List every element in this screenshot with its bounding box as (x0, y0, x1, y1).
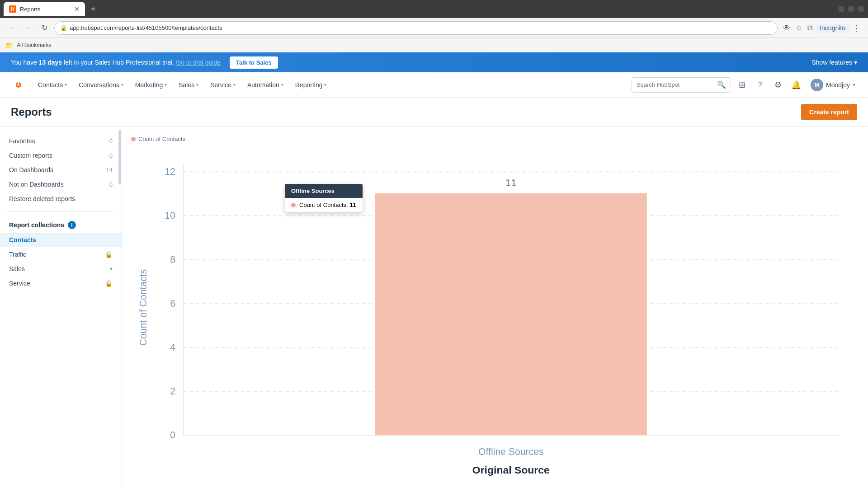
bookmarks-bar: 📁 All Bookmarks (0, 38, 868, 52)
chart-tooltip: Offline Sources Count of Contacts: 11 (285, 184, 363, 212)
sidebar-item-not-on-dashboards[interactable]: Not on Dashboards 0 (0, 177, 122, 192)
svg-text:12: 12 (165, 166, 175, 177)
scrollbar-thumb[interactable] (118, 130, 121, 184)
search-icon: 🔍 (717, 80, 726, 89)
trial-guide-link[interactable]: Go to trial guide (176, 59, 221, 66)
sales-chevron-icon: ▾ (196, 82, 198, 87)
tooltip-metric: Count of Contacts: 11 (299, 202, 356, 208)
reporting-chevron-icon: ▾ (324, 82, 326, 87)
svg-text:Original Source: Original Source (472, 464, 550, 476)
browser-nav: ← → ↻ 🔒 app.hubspot.com/reports-list/451… (0, 18, 868, 38)
trial-text: You have 13 days left in your Sales Hub … (11, 59, 221, 66)
url-text: app.hubspot.com/reports-list/45105500/te… (70, 24, 222, 31)
nav-contacts[interactable]: Contacts ▾ (33, 78, 72, 92)
grid-icon[interactable]: ⊞ (735, 78, 749, 92)
hubspot-logo-svg (11, 79, 24, 91)
settings-icon[interactable]: ⚙ (771, 78, 785, 92)
maximize-button[interactable] (848, 6, 854, 12)
new-tab-button[interactable]: + (89, 2, 98, 16)
svg-text:10: 10 (165, 210, 175, 221)
service-lock-icon: 🔒 (105, 280, 113, 287)
sidebar-collection-traffic[interactable]: Traffic 🔒 (0, 247, 122, 262)
sidebar: Favorites 0 Custom reports 0 On Dashboar… (0, 127, 122, 488)
bookmark-star-icon[interactable]: ☆ (794, 22, 804, 34)
hs-nav: Contacts ▾ Conversations ▾ Marketing ▾ S… (33, 78, 632, 92)
page-title: Reports (11, 106, 52, 118)
refresh-button[interactable]: ↻ (38, 22, 51, 34)
browser-chrome: H Reports ✕ + ← → ↻ 🔒 app.hubspot.com/re… (0, 0, 868, 52)
tooltip-value: 11 (349, 202, 356, 208)
eye-off-icon[interactable]: 👁 (781, 22, 792, 34)
nav-automation[interactable]: Automation ▾ (242, 78, 289, 92)
tooltip-body: Count of Contacts: 11 (285, 198, 363, 212)
sidebar-item-favorites[interactable]: Favorites 0 (0, 134, 122, 148)
sidebar-collection-service[interactable]: Service 🔒 (0, 276, 122, 291)
nav-reporting[interactable]: Reporting ▾ (290, 78, 332, 92)
nav-actions: 👁 ☆ ⧉ Incognito ⋮ (781, 21, 863, 35)
svg-text:0: 0 (170, 430, 175, 440)
automation-chevron-icon: ▾ (281, 82, 283, 87)
trial-days: 13 days (39, 59, 62, 66)
svg-text:4: 4 (170, 342, 175, 352)
help-icon[interactable]: ? (753, 78, 767, 92)
sidebar-collection-contacts[interactable]: Contacts (0, 233, 122, 247)
sidebar-collection-sales[interactable]: Sales ▾ (0, 262, 122, 276)
hs-header: Contacts ▾ Conversations ▾ Marketing ▾ S… (0, 72, 868, 98)
bookmarks-label[interactable]: All Bookmarks (17, 42, 52, 48)
profile-icon[interactable]: Incognito (816, 23, 849, 33)
bookmarks-folder-icon: 📁 (5, 42, 13, 49)
marketing-chevron-icon: ▾ (165, 82, 167, 87)
trial-banner: You have 13 days left in your Sales Hub … (0, 52, 868, 72)
on-dashboards-count: 14 (106, 167, 113, 174)
sidebar-item-custom-reports[interactable]: Custom reports 0 (0, 148, 122, 163)
browser-tab[interactable]: H Reports ✕ (4, 2, 85, 16)
more-options-icon[interactable]: ⋮ (851, 21, 863, 35)
user-chevron-icon: ▾ (853, 82, 855, 88)
sidebar-item-restore-deleted[interactable]: Restore deleted reports (0, 192, 122, 206)
legend-label: Count of Contacts (138, 136, 185, 142)
close-button[interactable] (858, 6, 864, 12)
split-screen-icon[interactable]: ⧉ (806, 22, 814, 34)
talk-to-sales-button[interactable]: Talk to Sales (230, 56, 278, 69)
minimize-button[interactable] (838, 6, 844, 12)
browser-titlebar: H Reports ✕ + (0, 0, 868, 18)
hubspot-logo[interactable] (9, 77, 25, 93)
traffic-lock-icon: 🔒 (105, 251, 113, 258)
svg-text:Offline Sources: Offline Sources (478, 446, 543, 457)
service-chevron-icon: ▾ (233, 82, 236, 87)
svg-point-0 (18, 84, 19, 86)
address-bar[interactable]: 🔒 app.hubspot.com/reports-list/45105500/… (54, 21, 778, 35)
custom-reports-count: 0 (109, 152, 113, 159)
back-button[interactable]: ← (5, 22, 18, 34)
report-collections-header: Report collections i (0, 217, 122, 233)
svg-text:8: 8 (170, 254, 175, 265)
nav-service[interactable]: Service ▾ (205, 78, 241, 92)
svg-text:2: 2 (170, 386, 175, 396)
tab-close-button[interactable]: ✕ (74, 5, 80, 13)
forward-button[interactable]: → (22, 22, 34, 34)
create-report-button[interactable]: Create report (801, 104, 857, 120)
user-menu[interactable]: M Moodjoy ▾ (807, 77, 859, 93)
tooltip-header: Offline Sources (285, 184, 363, 198)
lock-icon: 🔒 (60, 25, 67, 31)
nav-sales[interactable]: Sales ▾ (173, 78, 204, 92)
search-input[interactable] (637, 81, 713, 88)
search-box[interactable]: 🔍 (632, 77, 731, 93)
nav-marketing[interactable]: Marketing ▾ (130, 78, 172, 92)
page-body: Favorites 0 Custom reports 0 On Dashboar… (0, 127, 868, 488)
sidebar-divider (7, 211, 114, 212)
scrollbar-track (118, 127, 122, 488)
sidebar-item-on-dashboards[interactable]: On Dashboards 14 (0, 163, 122, 177)
svg-text:6: 6 (170, 298, 175, 309)
tooltip-dot (291, 203, 296, 207)
chart-legend: Count of Contacts (131, 136, 859, 142)
sales-expand-icon: ▾ (110, 266, 113, 272)
info-icon[interactable]: i (68, 221, 76, 229)
chart-container: Offline Sources Count of Contacts: 11 0 (131, 148, 859, 483)
chart-svg: 0 2 4 6 8 10 12 Count of Contacts 11 (131, 148, 859, 483)
legend-dot (131, 137, 136, 141)
show-features-button[interactable]: Show features ▾ (812, 59, 858, 66)
username-label: Moodjoy (826, 81, 850, 89)
notifications-icon[interactable]: 🔔 (789, 78, 803, 92)
nav-conversations[interactable]: Conversations ▾ (73, 78, 129, 92)
